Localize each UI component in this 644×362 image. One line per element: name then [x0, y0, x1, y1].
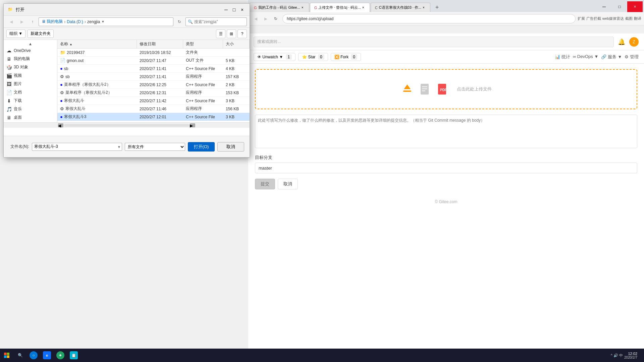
breadcrumb-expand[interactable]: ▼: [101, 20, 105, 23]
search-input[interactable]: [194, 19, 245, 24]
dialog-maximize[interactable]: □: [231, 6, 237, 13]
gitee-cancel-button[interactable]: 取消: [278, 179, 298, 189]
stats-link[interactable]: 📊 统计: [555, 54, 570, 60]
hscroll-left[interactable]: ◀: [58, 123, 63, 127]
taskbar-clock[interactable]: 12:02 2020/2/7: [624, 352, 637, 359]
ext-adblock[interactable]: 广告拦截: [586, 16, 601, 21]
ext-translate[interactable]: 翻译: [634, 16, 641, 21]
file-row-20199437[interactable]: 📁 20199437 2019/10/26 18:52 文件夹: [57, 49, 250, 57]
filename-input[interactable]: [32, 143, 122, 151]
file-row-hanjia-cpp[interactable]: ● 寒假大乱斗 2020/2/7 11:42 C++ Source File 3…: [57, 97, 250, 105]
file-row-menu-cpp[interactable]: ● 菜单程序（寒假大乱斗2） 2020/2/6 12:25 C++ Source…: [57, 81, 250, 89]
submit-button[interactable]: 提交: [255, 179, 275, 189]
nav-up-button[interactable]: ↑: [28, 17, 37, 26]
filename-input-wrapper: ▼: [32, 143, 122, 151]
file-row-sb-cpp[interactable]: ● sb 2020/2/7 11:41 C++ Source File 4 KB: [57, 65, 250, 73]
downloads-icon: ⬇: [6, 98, 12, 104]
gitee-header: 搜索或跳转... 🔔 Z: [248, 34, 644, 50]
svg-marker-1: [404, 84, 411, 89]
sidebar-item-pictures[interactable]: 🖼 图片: [4, 80, 57, 88]
tab-gitee-home[interactable]: G 我的工作台 - 码云 Gitee... ×: [250, 3, 309, 12]
file-row-menu-exe[interactable]: ⚙ 菜单程序（寒假大乱斗2） 2020/2/6 12:31 应用程序 153 K…: [57, 89, 250, 97]
nav-forward-button[interactable]: ▶: [17, 17, 26, 26]
cancel-dialog-button[interactable]: 取消: [217, 142, 244, 152]
upload-drop-area[interactable]: PDF 点击此处上传文件: [255, 69, 637, 109]
sidebar-item-my-computer[interactable]: 🖥 我的电脑: [4, 55, 57, 63]
col-name-header[interactable]: 名称 ▲: [57, 40, 137, 48]
tab-c-lang[interactable]: C C语言寒假大作战03 · 作... ×: [371, 3, 430, 12]
devops-link[interactable]: ∞ DevOps ▼: [573, 54, 598, 60]
sidebar-scroll-up[interactable]: ▲: [4, 41, 57, 47]
gitee-search[interactable]: 搜索或跳转...: [254, 37, 614, 47]
breadcrumb-my-computer[interactable]: 🖥 我的电脑: [42, 19, 63, 24]
new-folder-button[interactable]: 新建文件夹: [28, 29, 54, 38]
taskbar-show-desktop[interactable]: [639, 351, 641, 360]
filename-dropdown-icon[interactable]: ▼: [117, 145, 121, 148]
maximize-button[interactable]: □: [612, 1, 627, 12]
view-details-button[interactable]: ⊞: [227, 29, 236, 38]
taskbar-app3[interactable]: 📋: [67, 349, 80, 362]
col-type-header[interactable]: 类型: [183, 40, 223, 48]
reload-button[interactable]: ↻: [271, 14, 280, 23]
close-button[interactable]: ×: [627, 1, 643, 12]
nav-back-button[interactable]: ◀: [6, 17, 16, 26]
back-button[interactable]: ◀: [251, 14, 260, 23]
branch-input[interactable]: [255, 163, 637, 173]
file-icon-hanjia-exe: ⚙: [60, 106, 64, 111]
filetype-select[interactable]: 所有文件: [125, 143, 185, 151]
file-row-hanjia3-cpp[interactable]: ● 寒假大乱斗3 2020/2/7 12:01 C++ Source File …: [57, 113, 250, 121]
taskbar-app2[interactable]: ✦: [54, 349, 67, 362]
notification-icon[interactable]: 🔔: [618, 38, 625, 46]
tab-close-home[interactable]: ×: [300, 5, 305, 10]
unwatch-button[interactable]: 👁 Unwatch ▼ 1: [254, 53, 296, 61]
hscrollbar[interactable]: ◀ ▶: [4, 122, 250, 128]
file-row-sb-exe[interactable]: ⚙ sb 2020/2/7 11:41 应用程序 157 KB: [57, 73, 250, 81]
view-list-button[interactable]: ☰: [216, 29, 225, 38]
sidebar-item-documents[interactable]: 📄 文档: [4, 88, 57, 97]
dialog-close[interactable]: ×: [239, 6, 246, 13]
new-tab-button[interactable]: +: [432, 3, 442, 12]
col-date-header[interactable]: 修改日期: [137, 40, 183, 48]
file-size-hanjia-cpp: 3 KB: [223, 99, 250, 103]
taskbar-search-button[interactable]: 🔍: [13, 349, 27, 362]
file-type-menu-cpp: C++ Source File: [183, 82, 223, 87]
hscroll-track[interactable]: [64, 124, 189, 127]
repo-toolbar: 👁 Unwatch ▼ 1 ⭐ Star 0 🔀 Fork 0 📊 统计 ∞ D…: [248, 50, 644, 64]
dialog-minimize[interactable]: ─: [223, 6, 229, 13]
taskbar-cortana[interactable]: ○: [27, 349, 40, 362]
ext-draw[interactable]: 截图: [625, 16, 633, 21]
fork-button[interactable]: 🔀 Fork 0: [331, 53, 361, 61]
cortana-icon: ○: [30, 351, 38, 359]
sidebar-item-music[interactable]: 🎵 音乐: [4, 105, 57, 113]
tab-upload[interactable]: G 上传文件 · 曾佳/zj · 码云... ×: [310, 3, 370, 12]
file-row-hanjia-exe[interactable]: ⚙ 寒假大乱斗 2020/2/7 11:46 应用程序 156 KB: [57, 105, 250, 113]
file-row-gmon[interactable]: 📄 gmon.out 2020/2/7 11:47 OUT 文件 5 KB: [57, 57, 250, 65]
nav-refresh-button[interactable]: ↻: [175, 17, 184, 26]
taskbar-app1[interactable]: e: [40, 349, 54, 362]
sidebar-item-downloads[interactable]: ⬇ 下载: [4, 97, 57, 105]
ext-thunder[interactable]: web媒体雷达: [602, 16, 624, 21]
star-button[interactable]: ⭐ Star 0: [298, 53, 328, 61]
open-button[interactable]: 打开(O): [188, 142, 215, 152]
service-link[interactable]: 🔗 服务 ▼: [601, 54, 622, 60]
forward-button[interactable]: ▶: [261, 14, 270, 23]
start-button[interactable]: [0, 349, 13, 362]
breadcrumb-data-d[interactable]: Data (D:): [67, 19, 83, 24]
commit-message-input[interactable]: <span data-bind="gitee.commit_placeholde…: [255, 115, 637, 148]
sidebar-item-onedrive[interactable]: ☁ OneDrive: [4, 47, 57, 55]
avatar[interactable]: Z: [629, 37, 639, 47]
sidebar-item-video[interactable]: 🎬 视频: [4, 71, 57, 80]
minimize-button[interactable]: ─: [596, 1, 612, 12]
file-icon-sb-exe: ⚙: [60, 74, 64, 79]
tab-close-c[interactable]: ×: [421, 5, 426, 10]
sidebar-item-desktop[interactable]: 🖥 桌面: [4, 113, 57, 122]
organize-button[interactable]: 组织 ▼: [6, 29, 25, 38]
url-bar[interactable]: https://gitee.com/zj/upload: [282, 14, 576, 23]
tab-close-upload[interactable]: ×: [361, 5, 366, 10]
sidebar-item-3d[interactable]: 🎲 3D 对象: [4, 63, 57, 71]
manage-link[interactable]: ⚙ 管理: [625, 54, 639, 60]
hscroll-right[interactable]: ▶: [190, 123, 195, 127]
help-button[interactable]: ?: [237, 29, 247, 38]
sidebar-item-windows-c[interactable]: 🪟 Windows (C:): [4, 122, 57, 122]
col-size-header[interactable]: 大小: [223, 40, 250, 48]
